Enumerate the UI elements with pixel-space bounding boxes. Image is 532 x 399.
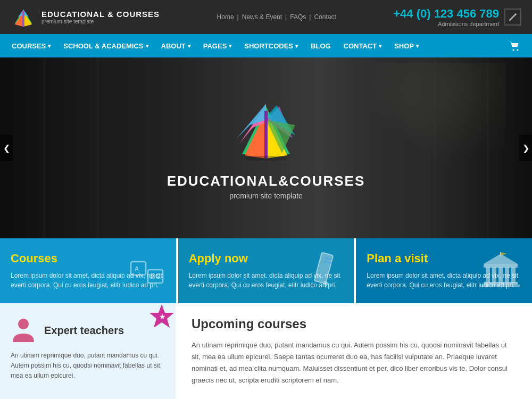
upcoming-courses-title: Upcoming courses <box>192 317 516 331</box>
hero-slider: EDUCATIONAL&COURSES premium site templat… <box>0 57 532 238</box>
svg-point-16 <box>245 156 287 161</box>
svg-marker-22 <box>323 281 329 288</box>
nav-faqs[interactable]: FAQs <box>290 13 306 21</box>
svg-rect-26 <box>492 267 496 283</box>
svg-text:A: A <box>135 265 139 272</box>
chevron-down-icon: ▾ <box>229 43 231 49</box>
widget-header: Expert teachers <box>11 317 165 344</box>
feature-card-courses[interactable]: Courses Lorem ipsum dolor sit amet, dict… <box>0 238 176 303</box>
slider-prev-arrow[interactable]: ❮ <box>0 135 13 161</box>
nav-school[interactable]: SCHOOL & ACADEMICS ▾ <box>57 34 154 57</box>
feature-card-apply[interactable]: Apply now Lorem ipsum dolor sit amet, di… <box>178 238 354 303</box>
svg-rect-28 <box>505 267 509 283</box>
hero-subtitle: premium site template <box>167 192 365 200</box>
widget-title: Expert teachers <box>44 325 124 337</box>
phone-number: +44 (0) 123 456 789 <box>393 7 499 21</box>
hero-content: EDUCATIONAL&COURSES premium site templat… <box>167 96 365 200</box>
nav-home[interactable]: Home <box>217 13 234 21</box>
logo: EDUCATIONAL & COURSES premium site templ… <box>11 4 160 30</box>
nav-pages[interactable]: PAGES ▾ <box>197 34 238 57</box>
teacher-icon <box>11 317 36 344</box>
chevron-down-icon: ▾ <box>146 43 148 49</box>
top-bar: EDUCATIONAL & COURSES premium site templ… <box>0 0 532 34</box>
svg-point-38 <box>18 319 29 329</box>
nav-bar: COURSES ▾ SCHOOL & ACADEMICS ▾ ABOUT ▾ P… <box>0 34 532 57</box>
svg-rect-21 <box>314 253 333 284</box>
top-bar-right: +44 (0) 123 456 789 Admissions departmen… <box>393 7 521 27</box>
nav-shop[interactable]: SHOP ▾ <box>388 34 425 57</box>
nav-contact[interactable]: CONTACT ▾ <box>337 34 388 57</box>
svg-rect-4 <box>22 11 24 27</box>
star-badge: ★ <box>147 302 177 331</box>
svg-rect-30 <box>484 282 518 285</box>
feature-cards: Courses Lorem ipsum dolor sit amet, dict… <box>0 238 532 303</box>
nav-courses[interactable]: COURSES ▾ <box>5 34 57 57</box>
upcoming-courses-text: An utinam reprimique duo, putant mandamu… <box>192 339 516 386</box>
svg-text:★: ★ <box>159 312 166 321</box>
pencil-icon <box>309 250 343 292</box>
svg-rect-25 <box>486 267 490 283</box>
abc-icon: A BC <box>128 251 165 290</box>
widget-text: An utinam reprimique duo, putant mandamu… <box>11 351 165 381</box>
building-icon <box>481 251 521 290</box>
chevron-down-icon: ▾ <box>379 43 381 49</box>
svg-rect-27 <box>498 267 503 283</box>
site-name: EDUCATIONAL & COURSES <box>41 10 160 19</box>
bottom-section: ★ Expert teachers An utinam reprimique d… <box>0 303 532 399</box>
edit-icon[interactable] <box>504 9 521 26</box>
svg-point-6 <box>517 49 519 51</box>
main-content-area: Upcoming courses An utinam reprimique du… <box>176 303 532 399</box>
svg-rect-29 <box>511 267 516 283</box>
chevron-down-icon: ▾ <box>295 43 298 49</box>
admissions-label: Admissions department <box>393 21 499 27</box>
svg-rect-31 <box>484 264 518 268</box>
hero-title: EDUCATIONAL&COURSES <box>167 173 365 189</box>
logo-text: EDUCATIONAL & COURSES premium site templ… <box>41 10 160 24</box>
svg-rect-35 <box>481 285 520 287</box>
chevron-down-icon: ▾ <box>48 43 51 49</box>
top-nav-links: Home | News & Event | FAQs | Contact <box>217 13 336 21</box>
svg-marker-34 <box>501 252 507 255</box>
tagline: premium site template <box>41 19 160 24</box>
nav-blog[interactable]: BLOG <box>304 34 337 57</box>
nav-news[interactable]: News & Event <box>242 13 282 21</box>
svg-point-5 <box>513 49 514 51</box>
chevron-down-icon: ▾ <box>416 43 419 49</box>
nav-about[interactable]: ABOUT ▾ <box>155 34 197 57</box>
svg-rect-15 <box>264 111 268 159</box>
cart-icon[interactable] <box>502 34 527 57</box>
expert-teachers-widget: ★ Expert teachers An utinam reprimique d… <box>0 303 176 399</box>
nav-shortcodes[interactable]: SHORTCODES ▾ <box>238 34 304 57</box>
hero-logo-icon <box>231 96 301 165</box>
chevron-down-icon: ▾ <box>188 43 190 49</box>
feature-card-visit[interactable]: Plan a visit Lorem ipsum dolor sit amet,… <box>356 238 532 303</box>
svg-text:BC: BC <box>150 272 161 280</box>
slider-next-arrow[interactable]: ❯ <box>519 135 532 161</box>
logo-icon <box>11 4 36 30</box>
nav-contact[interactable]: Contact <box>314 13 336 21</box>
